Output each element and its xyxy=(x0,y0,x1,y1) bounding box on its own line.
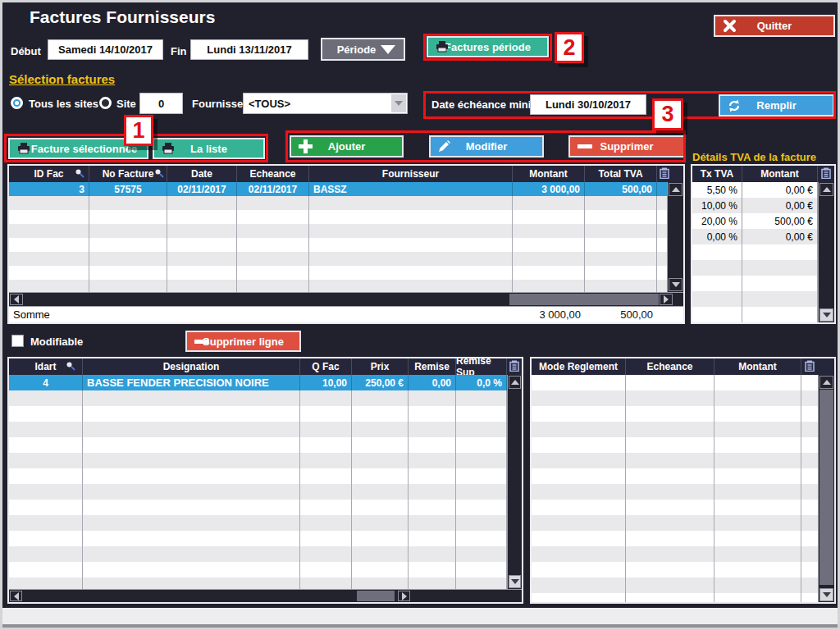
invoices-horizontal-scrollbar[interactable] xyxy=(9,292,683,306)
empty-row xyxy=(532,500,818,515)
debut-date-field[interactable]: Samedi 14/10/2017 xyxy=(48,39,163,60)
site-radio[interactable] xyxy=(99,97,112,109)
scroll-down-arrow[interactable] xyxy=(669,278,682,291)
empty-row xyxy=(532,484,818,500)
annotation-badge-2: 2 xyxy=(555,32,584,63)
tva-row[interactable]: 5,50 % 0,00 € xyxy=(692,182,818,198)
refresh-icon xyxy=(728,99,741,112)
line-row-selected[interactable]: 4 BASSE FENDER PRECISION NOIRE 10,00 250… xyxy=(9,375,507,390)
empty-row xyxy=(692,291,818,307)
lines-vertical-scrollbar[interactable] xyxy=(507,375,522,589)
tva-table-header: Tx TVA Montant xyxy=(692,166,834,182)
tva-vertical-scrollbar[interactable] xyxy=(818,182,834,322)
annotation-badge-1: 1 xyxy=(124,115,153,146)
empty-row xyxy=(532,375,818,390)
printer-icon xyxy=(17,143,30,154)
periode-dropdown-button[interactable]: Période xyxy=(321,38,405,61)
chevron-down-icon xyxy=(381,45,395,54)
site-label: Site xyxy=(116,98,136,110)
empty-row xyxy=(532,406,818,422)
printer-icon xyxy=(436,41,449,52)
payments-table-header: Mode Reglement Echeance Montant xyxy=(532,358,834,375)
empty-row xyxy=(9,562,507,578)
scroll-up-arrow[interactable] xyxy=(819,183,833,196)
supprimer-button[interactable]: Supprimer xyxy=(568,135,685,158)
modifier-button[interactable]: Modifier xyxy=(429,135,544,158)
scroll-up-arrow[interactable] xyxy=(819,376,833,389)
tva-panel-title: Détails TVA de la facture xyxy=(692,151,816,163)
debut-label: Début xyxy=(11,45,41,57)
scroll-down-arrow[interactable] xyxy=(819,308,833,322)
scroll-left-arrow[interactable] xyxy=(10,591,22,601)
payments-table: Mode Reglement Echeance Montant xyxy=(530,357,836,604)
scroll-thumb[interactable] xyxy=(357,591,395,601)
tous-les-sites-radio[interactable] xyxy=(11,97,23,109)
invoice-row-selected[interactable]: 3 57575 02/11/2017 02/11/2017 BASSZ 3 00… xyxy=(9,182,667,196)
lines-horizontal-scrollbar[interactable] xyxy=(9,589,522,602)
pencil-icon xyxy=(438,140,450,153)
empty-row xyxy=(532,578,818,593)
supprimer-ligne-button[interactable]: Supprimer ligne xyxy=(185,331,301,352)
empty-row xyxy=(9,531,507,546)
search-icon[interactable] xyxy=(75,168,84,180)
empty-row xyxy=(532,593,818,602)
plus-icon xyxy=(299,139,313,153)
empty-row xyxy=(9,515,507,531)
scroll-down-arrow[interactable] xyxy=(819,588,833,601)
tva-row[interactable]: 10,00 % 0,00 € xyxy=(692,198,818,213)
factures-periode-button[interactable]: Factures période xyxy=(427,36,549,57)
lines-table: Idart Designation Q Fac Prix Remise Remi… xyxy=(7,357,523,604)
empty-row xyxy=(9,196,667,210)
empty-row xyxy=(9,238,667,252)
ajouter-button[interactable]: Ajouter xyxy=(290,135,404,158)
tva-row[interactable]: 20,00 % 500,00 € xyxy=(692,213,818,229)
printer-icon xyxy=(162,143,175,154)
copy-grid-icon[interactable] xyxy=(509,360,519,374)
copy-grid-icon[interactable] xyxy=(821,167,831,181)
scroll-up-arrow[interactable] xyxy=(509,376,521,389)
scroll-thumb[interactable] xyxy=(819,390,833,585)
tva-table: Tx TVA Montant 5,50 % 0,00 € 10,00 % 0,0… xyxy=(691,164,836,324)
empty-row xyxy=(532,422,818,437)
invoices-vertical-scrollbar[interactable] xyxy=(667,182,683,292)
la-liste-button[interactable]: La liste xyxy=(153,138,265,159)
search-icon[interactable] xyxy=(66,361,75,373)
empty-row xyxy=(9,224,667,238)
scroll-left-arrow[interactable] xyxy=(10,294,23,305)
scroll-right-arrow[interactable] xyxy=(660,294,673,305)
search-icon[interactable] xyxy=(154,168,164,180)
empty-row xyxy=(9,252,667,266)
minus-icon xyxy=(578,144,592,148)
fin-date-field[interactable]: Lundi 13/11/2017 xyxy=(190,39,308,60)
fournisseur-combobox[interactable]: <TOUS> xyxy=(243,93,408,114)
quit-button[interactable]: Quitter xyxy=(714,15,835,37)
scroll-right-arrow[interactable] xyxy=(398,591,410,601)
empty-row xyxy=(9,453,507,468)
empty-row xyxy=(9,468,507,484)
empty-row xyxy=(9,422,507,437)
empty-row xyxy=(9,437,507,453)
empty-row xyxy=(9,210,667,224)
tva-row[interactable]: 0,00 % 0,00 € xyxy=(692,229,818,244)
payments-vertical-scrollbar[interactable] xyxy=(818,375,834,602)
site-number-field[interactable]: 0 xyxy=(139,93,183,114)
scroll-down-arrow[interactable] xyxy=(509,575,521,588)
scroll-up-arrow[interactable] xyxy=(669,183,682,196)
close-icon xyxy=(723,19,737,33)
empty-row xyxy=(9,266,667,280)
empty-row xyxy=(692,276,818,291)
modifiable-label: Modifiable xyxy=(30,336,83,348)
selection-heading: Sélection factures xyxy=(9,72,115,86)
annotation-badge-3: 3 xyxy=(652,98,683,130)
copy-grid-icon[interactable] xyxy=(660,167,669,181)
scroll-thumb[interactable] xyxy=(509,294,659,305)
empty-row xyxy=(9,500,507,515)
remplir-button[interactable]: Remplir xyxy=(719,94,834,116)
chevron-down-icon[interactable] xyxy=(391,94,406,112)
modifiable-checkbox[interactable] xyxy=(11,335,24,347)
copy-grid-icon[interactable] xyxy=(805,360,815,374)
date-echeance-field[interactable]: Lundi 30/10/2017 xyxy=(530,94,646,115)
empty-row xyxy=(532,437,818,453)
empty-row xyxy=(692,244,818,260)
empty-row xyxy=(532,562,818,578)
